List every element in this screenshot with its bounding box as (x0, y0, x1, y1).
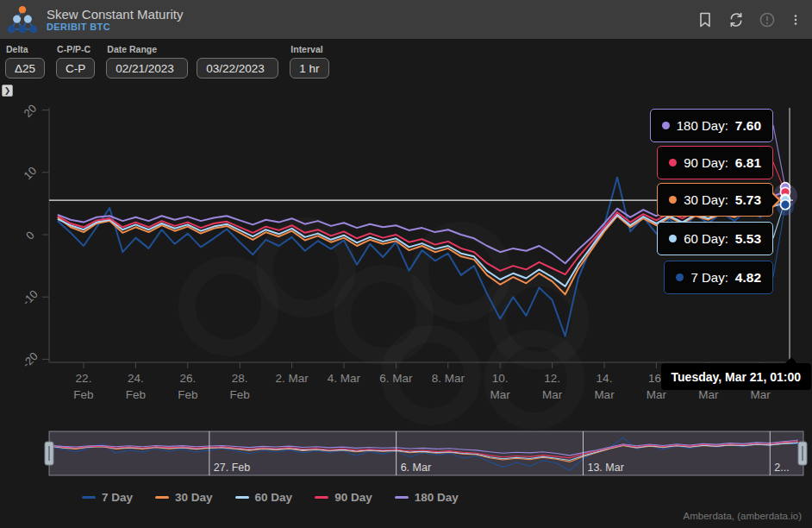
legend-label: 90 Day (334, 491, 372, 504)
series-dot-icon (669, 196, 677, 204)
legend-label: 60 Day (255, 491, 293, 504)
navigator[interactable]: 27. Feb6. Mar13. Mar2... (45, 431, 807, 475)
legend-label: 7 Day (102, 491, 133, 504)
navigator-axis-label: 13. Mar (587, 462, 623, 474)
tooltip-pointer-inner (772, 194, 778, 206)
tooltip-series-value: 6.81 (735, 155, 761, 171)
crosshair-date-tooltip: Tuesday, Mar 21, 01:00 (661, 363, 811, 390)
x-axis-tick-label: 2. Mar (275, 372, 309, 385)
series-dot-icon (662, 122, 670, 129)
tooltip-series-label: 60 Day: (684, 231, 728, 246)
navigator-axis-label: 6. Mar (401, 462, 431, 474)
x-axis-tick-label: 6. Mar (379, 372, 413, 385)
tooltip-series-value: 5.73 (735, 192, 761, 208)
legend-dash-icon (155, 496, 169, 499)
x-axis-tick-label: 28.Feb (230, 372, 250, 401)
legend-dash-icon (235, 496, 249, 499)
y-axis-tick-label: 0 (23, 229, 37, 242)
tooltip-90-day: 90 Day: 6.81 (657, 146, 773, 179)
tooltip-180-day: 180 Day: 7.60 (650, 109, 773, 142)
y-axis-tick-label: 20 (21, 102, 39, 120)
series-dot-icon (669, 235, 677, 242)
series-dot-icon (669, 159, 677, 167)
legend-item-7-day[interactable]: 7 Day (82, 491, 133, 504)
legend-item-60-day[interactable]: 60 Day (235, 491, 293, 504)
tooltip-60-day: 60 Day: 5.53 (657, 222, 773, 255)
y-axis-tick-label: -10 (20, 287, 41, 308)
x-axis-tick-label: 26.Feb (178, 372, 197, 401)
legend-dash-icon (395, 496, 409, 499)
tooltip-30-day: 30 Day: 5.73 (657, 183, 773, 217)
tooltip-series-value: 7.60 (735, 118, 761, 134)
legend-item-180-day[interactable]: 180 Day (395, 491, 459, 504)
y-axis-tick-label: -20 (20, 349, 41, 370)
x-axis-tick-label: 14.Mar (594, 372, 615, 401)
tooltip-series-label: 30 Day: (684, 192, 728, 207)
tooltip-series-label: 180 Day: (677, 118, 728, 133)
x-axis-tick-label: 24.Feb (126, 372, 146, 401)
legend-label: 30 Day (175, 491, 213, 504)
x-axis-tick-label: 12.Mar (542, 372, 563, 401)
x-axis-tick-label: 8. Mar (432, 372, 465, 385)
navigator-axis-label: 27. Feb (214, 462, 250, 474)
y-axis-tick-label: 10 (21, 164, 39, 182)
chart-legend: 7 Day30 Day60 Day90 Day180 Day (82, 491, 459, 504)
attribution: Amberdata, (amberdata.io) (684, 511, 802, 521)
tooltip-series-value: 5.53 (735, 231, 761, 247)
legend-dash-icon (82, 496, 96, 499)
navigator-axis-label: 2... (774, 462, 789, 474)
legend-item-90-day[interactable]: 90 Day (315, 491, 372, 504)
x-axis-tick-label: 22.Feb (73, 372, 93, 401)
series-dot-icon (676, 273, 684, 281)
tooltip-series-value: 4.82 (735, 270, 761, 286)
legend-item-30-day[interactable]: 30 Day (155, 491, 213, 504)
app-window: Skew Constant Maturity DERIBIT BTC (0, 0, 812, 528)
tooltip-7-day: 7 Day: 4.82 (664, 261, 773, 294)
x-axis-tick-label: 4. Mar (328, 372, 361, 385)
tooltip-series-label: 7 Day: (690, 270, 728, 285)
legend-dash-icon (315, 496, 328, 499)
legend-label: 180 Day (415, 491, 459, 504)
tooltip-series-label: 90 Day: (684, 155, 728, 170)
